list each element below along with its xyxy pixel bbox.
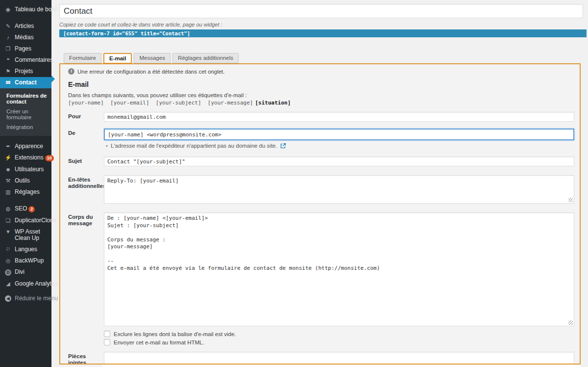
shortcode-hint: Copiez ce code court et collez-le dans v… <box>59 22 588 27</box>
sidebar-item-label: Médias <box>15 34 34 41</box>
sidebar-item-label: Outils <box>15 178 30 184</box>
plugin-icon: ⚡ <box>4 155 12 161</box>
pages-icon: ❐ <box>4 46 12 52</box>
duplicate-icon: ❏ <box>4 217 12 224</box>
brush-icon: ✒ <box>4 143 12 150</box>
pushpin-icon: ⚑ <box>4 68 12 75</box>
sidebar-item-projets[interactable]: ⚑ Projets <box>0 66 51 77</box>
sidebar-item-label: Réglages <box>15 189 40 195</box>
info-icon: ! <box>68 68 74 75</box>
sidebar-item-label: Tableau de bord <box>15 6 57 13</box>
exclude-blank-option: Exclure les lignes dont la balise d'e-ma… <box>104 331 574 337</box>
subject-input[interactable] <box>104 157 574 166</box>
shortcode-field[interactable]: [contact-form-7 id="655" title="Contact"… <box>59 29 587 37</box>
main-content: Copiez ce code court et collez-le dans v… <box>51 0 588 367</box>
mail-tags-intro: Dans les champs suivants, vous pouvez ut… <box>68 92 574 98</box>
bullet: • <box>106 143 108 149</box>
to-label: Pour <box>68 112 104 122</box>
sidebar-item-pages[interactable]: ❐ Pages <box>0 43 51 54</box>
tab-email[interactable]: E-mail <box>103 53 132 64</box>
sidebar-item-apparence[interactable]: ✒ Apparence <box>0 141 51 152</box>
tools-icon: ⚒ <box>4 178 12 184</box>
body-textarea[interactable]: De : [your-name] <[your-email]> Sujet : … <box>104 212 574 326</box>
media-icon: ♪ <box>4 34 12 41</box>
use-html-checkbox[interactable] <box>104 339 110 345</box>
sidebar-item-divi[interactable]: D Divi <box>0 266 51 278</box>
sidebar-item-label: Utilisateurs <box>15 166 44 173</box>
editor-tabs: Formulaire E-mail Messages Réglages addi… <box>64 52 588 63</box>
use-html-label: Envoyer cet e-mail au format HTML. <box>114 340 204 345</box>
from-warning-text: L'adresse mail de l'expéditeur n'apparti… <box>111 143 277 149</box>
sidebar-item-label: Extensions10 <box>15 155 54 161</box>
from-label: De <box>68 129 104 149</box>
field-row-subject: Sujet <box>68 157 574 166</box>
sidebar-item-seo[interactable]: ◍ SEO2 <box>0 203 51 215</box>
field-row-body: Corps du message De : [your-name] <[your… <box>68 212 574 326</box>
field-row-from: De • L'adresse mail de l'expéditeur n'ap… <box>68 129 574 149</box>
sidebar-item-label: Articles <box>15 23 34 29</box>
submenu-item-formulaires[interactable]: Formulaires de contact <box>0 91 51 106</box>
backup-icon: ◎ <box>4 258 12 264</box>
sidebar-item-label: Projets <box>15 68 33 75</box>
attachments-textarea[interactable] <box>104 352 574 365</box>
external-link-icon[interactable] <box>280 143 286 149</box>
sidebar-item-contact[interactable]: ✉ Contact <box>0 77 51 88</box>
sidebar-item-articles[interactable]: ✎ Articles <box>0 21 51 32</box>
sidebar-item-label: SEO2 <box>15 206 35 212</box>
collapse-menu-button[interactable]: ◀ Réduire le menu <box>0 293 51 304</box>
sidebar-item-backwpup[interactable]: ◎ BackWPup <box>0 255 51 266</box>
mail-icon: ✉ <box>4 79 12 86</box>
sidebar-item-label: Divi <box>15 269 24 275</box>
sidebar-item-label: WP Asset Clean Up <box>15 229 49 241</box>
body-label: Corps du message <box>68 212 104 326</box>
collapse-arrow-icon: ◀ <box>5 295 11 302</box>
subject-label: Sujet <box>68 157 104 166</box>
pin-icon: ✎ <box>4 23 12 29</box>
submenu-item-integration[interactable]: Intégration <box>0 122 51 132</box>
field-row-headers: En-têtes additionnelles Reply-To: [your-… <box>68 175 574 204</box>
sidebar-item-google-analytics[interactable]: ◢ Google Analytics <box>0 278 51 289</box>
sidebar-item-extensions[interactable]: ⚡ Extensions10 <box>0 152 51 164</box>
tab-formulaire[interactable]: Formulaire <box>64 53 101 63</box>
sidebar-item-reglages[interactable]: ▥ Réglages <box>0 186 51 198</box>
config-error-text: Une erreur de configuration a été détect… <box>77 69 224 75</box>
sidebar-item-medias[interactable]: ♪ Médias <box>0 32 51 43</box>
sidebar-item-langues[interactable]: ⚐ Langues <box>0 244 51 255</box>
from-warning: • L'adresse mail de l'expéditeur n'appar… <box>104 143 574 149</box>
settings-icon: ▥ <box>4 189 12 195</box>
headers-textarea[interactable]: Reply-To: [your-email] <box>104 175 574 204</box>
to-input[interactable] <box>104 112 574 122</box>
use-html-option: Envoyer cet e-mail au format HTML. <box>104 339 574 345</box>
users-icon: ☻ <box>4 166 12 173</box>
headers-label: En-têtes additionnelles <box>68 175 104 204</box>
admin-sidebar: ◉ Tableau de bord ✎ Articles ♪ Médias ❐ … <box>0 0 51 367</box>
config-error-notice: ! Une erreur de configuration a été déte… <box>68 68 574 75</box>
comments-icon: ❝ <box>4 57 12 63</box>
sidebar-item-wp-asset-clean-up[interactable]: ▼ WP Asset Clean Up <box>0 226 51 244</box>
panel-heading: E-mail <box>68 80 574 88</box>
sidebar-item-dashboard[interactable]: ◉ Tableau de bord <box>0 4 51 15</box>
field-row-to: Pour <box>68 112 574 122</box>
exclude-blank-checkbox[interactable] <box>104 331 110 337</box>
sidebar-item-outils[interactable]: ⚒ Outils <box>0 175 51 186</box>
form-title-input[interactable] <box>59 4 583 18</box>
mail-tags-list: [your-name] [your-email] [your-subject] … <box>68 100 574 106</box>
notification-badge: 2 <box>28 206 35 212</box>
funnel-icon: ▼ <box>4 229 12 235</box>
sidebar-item-label: DuplicatorClone <box>15 217 56 224</box>
attachments-label: Pièces jointes <box>68 352 104 365</box>
tab-messages[interactable]: Messages <box>134 53 170 63</box>
from-input[interactable] <box>104 129 574 140</box>
field-row-attachments: Pièces jointes <box>68 352 574 365</box>
sidebar-item-label: Pages <box>15 46 31 52</box>
panel-bottom-strip <box>59 365 581 367</box>
tab-reglages-additionnels[interactable]: Réglages additionnels <box>172 53 239 63</box>
chart-icon: ◢ <box>4 281 12 287</box>
sidebar-item-utilisateurs[interactable]: ☻ Utilisateurs <box>0 164 51 175</box>
dashboard-icon: ◉ <box>4 6 12 13</box>
language-icon: ⚐ <box>4 246 12 253</box>
contact-submenu: Formulaires de contact Créer un formulai… <box>0 88 51 136</box>
submenu-item-creer[interactable]: Créer un formulaire <box>0 106 51 122</box>
sidebar-item-commentaires[interactable]: ❝ Commentaires <box>0 54 51 66</box>
sidebar-item-duplicatorclone[interactable]: ❏ DuplicatorClone <box>0 215 51 226</box>
